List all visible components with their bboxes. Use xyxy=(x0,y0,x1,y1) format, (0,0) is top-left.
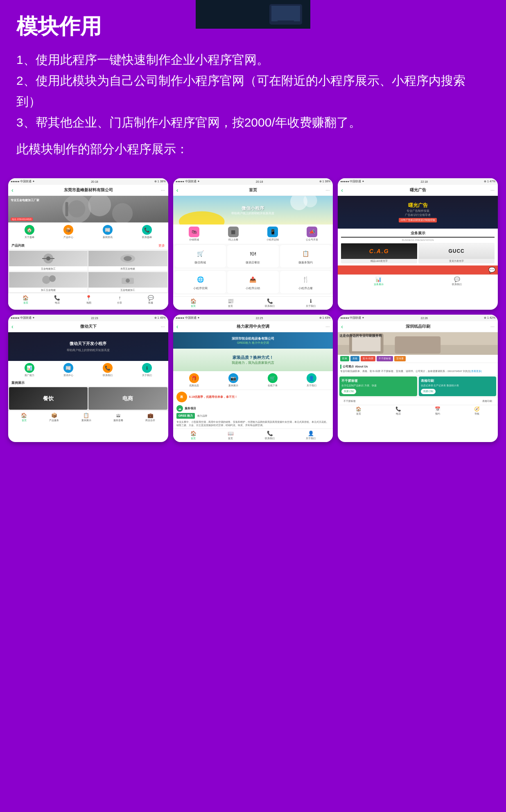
status-bar-4: ●●●●● 中国联通 ✦ 22:23 ⊕ 1 45% xyxy=(8,315,168,321)
phone1-section-more[interactable]: 更多 xyxy=(158,243,165,248)
product-img-4 xyxy=(88,272,167,288)
phone6-sticker-btn[interactable]: 我要订制 xyxy=(341,389,356,394)
phone3-nav-contact[interactable]: 💬 联系我们 xyxy=(452,277,462,286)
tab-caika[interactable]: 彩卡/吊牌 xyxy=(361,356,375,361)
phone5-banner-text1: 家装品质？换种方式！ xyxy=(233,355,273,361)
feature-wfwyy[interactable]: 📋 微服务预约 xyxy=(280,245,332,268)
phone2-nav-contact[interactable]: 📞 联系我们 xyxy=(265,298,275,308)
phone4-icons: 📊 推广能力 📰 资讯中心 📞 联系我们 ℹ 关于我们 xyxy=(8,361,168,379)
phone3-bottom-nav: 📊 业务展示 💬 联系我们 xyxy=(338,274,498,288)
phone3-product-cag[interactable]: C.A.G 精品LED发光字 xyxy=(341,243,417,263)
icon-xcxdz[interactable]: 📱 小程序定制 xyxy=(253,227,292,242)
phone6-more-link[interactable]: [查看更多] xyxy=(470,370,481,372)
nav-dots-5[interactable]: ··· xyxy=(325,324,330,329)
icon-zxdd[interactable]: 🛒 在线下单 xyxy=(268,373,278,388)
icon-tgnl[interactable]: 📊 推广能力 xyxy=(25,363,34,377)
bottom-nav-phone-1[interactable]: 📞 电话 xyxy=(54,295,60,305)
icon-gzhkf[interactable]: 📣 公众号开发 xyxy=(293,227,331,242)
nav-dots-4[interactable]: ··· xyxy=(161,324,165,329)
icon-msdg[interactable]: ▦ 码上点餐 xyxy=(214,227,253,242)
icon-alzs5[interactable]: 📷 案例展示 xyxy=(228,373,238,388)
phone-mockup-6: ●●●●● 中国联通 ✦ 22:26 ⊕ 1 42% ‹ 深圳纸品印刷 ··· xyxy=(338,315,498,442)
icon-zxzx[interactable]: 📰 资讯中心 xyxy=(63,363,73,377)
phone6-product-table[interactable]: 表格印刷 信息记录表 生产记录表 数据统计表 我要订制 xyxy=(419,377,496,396)
feature-wjdcy[interactable]: 🍽 微酒店餐饮 xyxy=(227,245,279,268)
icon-yhxx[interactable]: 🎁 优惠信息 xyxy=(189,373,199,388)
gree-tagline: 格力品牌 xyxy=(197,414,207,418)
phone5-nav-home[interactable]: 🏠 首页 xyxy=(190,431,197,440)
phone6-nav-navigation[interactable]: 🧭 导航 xyxy=(474,406,480,416)
phone3-nav-business[interactable]: 📊 业务展示 xyxy=(374,277,384,286)
bottom-nav-share-1[interactable]: ↑ 分享 xyxy=(117,295,122,305)
feature-wxsc[interactable]: 🛒 微信商城 xyxy=(175,245,226,268)
tab-buganjiao[interactable]: 不干胶标签 xyxy=(377,356,393,361)
page-container: 模块作用 1、使用此程序一键快速制作企业小程序官网。 2、使用此模块为自己公司制… xyxy=(0,0,506,454)
feature-xcxgw[interactable]: 🌐 小程序官网 xyxy=(175,271,226,293)
icon-tgnl-label: 推广能力 xyxy=(25,374,34,377)
bottom-nav-service-1[interactable]: 💬 客服 xyxy=(148,295,154,305)
back-arrow-1[interactable]: ‹ xyxy=(11,187,14,193)
icon-fxsc[interactable]: 🛍 分销商城 xyxy=(175,227,213,242)
back-arrow-3[interactable]: ‹ xyxy=(341,187,343,193)
phone4-nav-cases[interactable]: 📋 案例展示 xyxy=(81,413,91,422)
phone5-nav-about[interactable]: 👤 关于我们 xyxy=(306,431,316,440)
nav-dots-2[interactable]: ··· xyxy=(325,187,330,193)
icon-contact[interactable]: 📞 联系盈峰 xyxy=(142,225,152,239)
icon-msdg-label: 码上点餐 xyxy=(228,238,238,242)
feature-xcxdc[interactable]: 🍴 小程序点餐 xyxy=(280,271,332,293)
bottom-nav-home-1[interactable]: 🏠 首页 xyxy=(23,295,29,305)
phone4-nav-home[interactable]: 🏠 首页 xyxy=(21,413,27,422)
phone6-table-btn[interactable]: 我要订制 xyxy=(421,389,436,394)
back-arrow-2[interactable]: ‹ xyxy=(176,187,178,193)
gree-badge: GREE 格力 xyxy=(176,413,195,419)
nav-bar-5: ‹ 格力家用中央空调 ··· xyxy=(173,321,333,332)
tab-biaoge[interactable]: 表格 xyxy=(350,356,359,361)
phone4-nav-service[interactable]: 🛎 服务套餐 xyxy=(113,413,123,422)
phone3-red-icon: 💬 xyxy=(488,267,495,273)
icon-gywm4[interactable]: ℹ 关于我们 xyxy=(142,363,152,377)
case-cell-restaurant[interactable]: 餐饮 xyxy=(9,387,88,410)
phone4-nav-products[interactable]: 📦 产品服务 xyxy=(49,413,59,422)
phone5-service-text: 服务项目 xyxy=(185,406,196,411)
product-cell-3[interactable]: 加工五金电镀 xyxy=(9,272,88,292)
icon-news[interactable]: 📰 新闻资讯 xyxy=(103,225,113,239)
svg-rect-26 xyxy=(395,336,441,354)
case-cell-ecommerce[interactable]: 电商 xyxy=(88,387,167,410)
phone4-banner: 微动天下开发小程序 帮助商户线上的营销程开拓新高度 xyxy=(8,332,168,361)
phone4-nav-business[interactable]: 💼 商业合作 xyxy=(145,413,155,422)
icon-lxwm4[interactable]: 📞 联系我们 xyxy=(103,363,113,377)
phone6-intro-text: 专业印刷无碳联单、表格、彩卡/吊牌 不干胶标签、宣传册、说明书、公司简介，如有需… xyxy=(340,370,495,373)
phone3-product-gucci[interactable]: GUCC 亚克力发光字 xyxy=(418,243,495,263)
carrier-4: ●●●●● 中国联通 ✦ xyxy=(11,316,35,320)
nav-dots-3[interactable]: ··· xyxy=(490,187,495,193)
phone6-nav-home[interactable]: 🏠 首页 xyxy=(356,406,361,416)
phone2-nav-home2[interactable]: 📰 首页 xyxy=(228,298,234,308)
phone-mockup-5: ●●●●● 中国联通 ✦ 22:25 ⊕ 1 43% ‹ 格力家用中央空调 ··… xyxy=(173,315,333,442)
feature-xcxfx[interactable]: 📤 小程序分销 xyxy=(227,271,279,293)
nav-dots-1[interactable]: ··· xyxy=(161,187,165,193)
phone6-intro-title: 公司简介 About Us xyxy=(340,365,495,369)
product-cell-4[interactable]: 五金电镀加工 xyxy=(88,272,167,292)
phone2-nav-about[interactable]: ℹ 关于我们 xyxy=(306,298,316,308)
tab-xuanchuance[interactable]: 宣传册 xyxy=(394,356,406,361)
showcase-title: 此模块制作的部分小程序展示： xyxy=(16,141,490,158)
phone2-nav-home[interactable]: 🏠 首页 xyxy=(190,298,197,308)
back-arrow-6[interactable]: ‹ xyxy=(341,323,343,330)
phone5-nav-home2[interactable]: 📖 首页 xyxy=(228,431,234,440)
phone6-product-sticker[interactable]: 不干胶标签 全方位定制产品标识 方便、快捷 我要订制 xyxy=(339,377,417,396)
bottom-nav-map-1[interactable]: 📍 地图 xyxy=(86,295,92,305)
phone6-navigation-text: 导航 xyxy=(474,412,479,416)
icon-about[interactable]: 🏠 关于盈峰 xyxy=(25,225,34,239)
product-cell-1[interactable]: 五金电镀加工 xyxy=(9,250,88,271)
phone5-nav-contact[interactable]: 📞 联系我们 xyxy=(265,431,275,440)
time-1: 20:18 xyxy=(91,180,98,183)
back-arrow-5[interactable]: ‹ xyxy=(176,323,178,330)
phone6-nav-appointment[interactable]: 📅 预约 xyxy=(435,406,440,416)
tab-liandan[interactable]: 联单 xyxy=(340,356,349,361)
product-cell-2[interactable]: 东莞五金电镀 xyxy=(88,250,167,271)
back-arrow-4[interactable]: ‹ xyxy=(11,323,14,330)
icon-gywm5[interactable]: 👤 关于我们 xyxy=(307,373,316,388)
icon-products[interactable]: 📦 产品中心 xyxy=(63,225,73,239)
nav-dots-6[interactable]: ··· xyxy=(490,324,495,329)
phone6-nav-phone[interactable]: 📞 电话 xyxy=(395,406,401,416)
